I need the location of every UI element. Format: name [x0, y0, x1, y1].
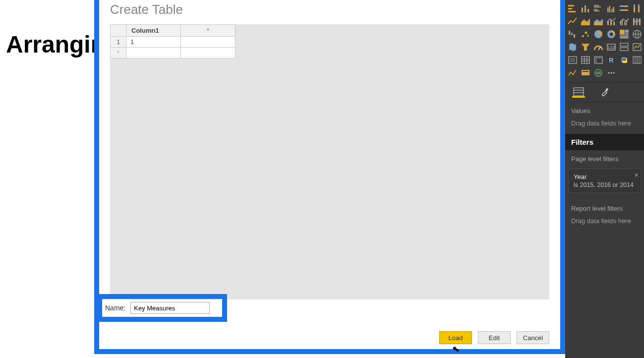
- card-icon[interactable]: 123: [606, 42, 617, 53]
- pie-icon[interactable]: [593, 29, 604, 40]
- remove-filter-icon[interactable]: ×: [635, 171, 639, 179]
- scatter-icon[interactable]: [580, 29, 591, 40]
- svg-point-42: [587, 35, 589, 37]
- arcgis-icon[interactable]: [593, 67, 604, 78]
- grid-row-number: 1: [111, 37, 126, 48]
- stacked-bar-icon[interactable]: [567, 3, 578, 14]
- qna-icon[interactable]: [580, 67, 591, 78]
- more-visuals-icon[interactable]: [606, 67, 617, 78]
- multi-row-card-icon[interactable]: [619, 42, 630, 53]
- grid-cell[interactable]: [126, 48, 181, 59]
- svg-rect-79: [583, 71, 588, 72]
- filters-heading: Filters: [565, 134, 644, 150]
- format-tab[interactable]: [599, 87, 612, 98]
- key-influencers-icon[interactable]: [632, 55, 643, 65]
- svg-point-40: [582, 35, 584, 37]
- filter-card-year[interactable]: × Year is 2015, 2016 or 2014: [568, 169, 641, 193]
- svg-rect-12: [611, 9, 613, 12]
- svg-rect-0: [568, 5, 574, 6]
- values-label: Values: [565, 102, 644, 117]
- visualizations-panel: 123 R Values Drag data fields here Filte…: [565, 0, 644, 358]
- report-filters-drop-hint[interactable]: Drag data fields here: [565, 214, 644, 232]
- svg-rect-1: [568, 8, 572, 9]
- add-column-button[interactable]: *: [181, 25, 235, 37]
- stacked-column-icon[interactable]: [580, 3, 591, 14]
- table-grid-area[interactable]: Column1 * 1 1 *: [110, 24, 549, 299]
- svg-rect-9: [594, 10, 599, 11]
- donut-icon[interactable]: [606, 29, 617, 40]
- svg-marker-22: [581, 18, 590, 25]
- waterfall-icon[interactable]: [567, 29, 578, 40]
- edit-button[interactable]: Edit: [478, 331, 511, 344]
- map-icon[interactable]: [632, 29, 643, 40]
- svg-marker-35: [635, 20, 636, 23]
- svg-rect-5: [587, 9, 589, 12]
- svg-rect-11: [609, 6, 611, 12]
- line-chart-icon[interactable]: [567, 16, 578, 27]
- gauge-icon[interactable]: [593, 42, 604, 53]
- svg-rect-33: [636, 18, 638, 25]
- svg-rect-39: [574, 34, 575, 38]
- name-label: Name:: [105, 304, 125, 312]
- filter-value: is 2015, 2016 or 2014: [574, 181, 636, 188]
- create-table-dialog: Create Table Column1 * 1 1 *: [94, 0, 565, 354]
- ribbon-chart-icon[interactable]: [632, 16, 643, 27]
- grid-column-header[interactable]: Column1: [126, 25, 181, 37]
- svg-rect-70: [594, 57, 602, 59]
- svg-point-83: [613, 72, 614, 73]
- svg-rect-78: [582, 70, 589, 75]
- clustered-column-icon[interactable]: [606, 3, 617, 14]
- page-level-filters-label: Page level filters: [565, 150, 644, 165]
- dialog-buttons: Load Edit Cancel: [439, 331, 549, 344]
- hundred-stacked-column-icon[interactable]: [632, 3, 643, 14]
- table-visual-icon[interactable]: [580, 55, 591, 65]
- clustered-bar-icon[interactable]: [593, 3, 604, 14]
- python-visual-icon[interactable]: [619, 55, 630, 65]
- svg-rect-30: [624, 22, 625, 25]
- decomposition-tree-icon[interactable]: [567, 67, 578, 78]
- svg-rect-6: [594, 5, 599, 6]
- svg-rect-48: [625, 33, 629, 35]
- fields-tab[interactable]: [572, 87, 585, 98]
- svg-rect-63: [582, 57, 589, 63]
- dialog-title: Create Table: [110, 2, 549, 17]
- treemap-icon[interactable]: [619, 29, 630, 40]
- svg-rect-38: [571, 33, 573, 35]
- field-format-tabs: [565, 83, 644, 102]
- svg-rect-47: [625, 30, 629, 33]
- r-visual-icon[interactable]: R: [606, 55, 617, 65]
- svg-rect-3: [582, 7, 583, 12]
- table-name-input[interactable]: [130, 302, 210, 314]
- hundred-stacked-bar-icon[interactable]: [619, 3, 630, 14]
- svg-point-77: [573, 74, 574, 75]
- line-clustered-column-icon[interactable]: [619, 16, 630, 27]
- matrix-icon[interactable]: [593, 55, 604, 65]
- svg-rect-19: [634, 8, 635, 12]
- funnel-icon[interactable]: [580, 42, 591, 53]
- name-field-group: Name:: [97, 294, 227, 322]
- grid-empty-cell[interactable]: [181, 48, 235, 59]
- kpi-icon[interactable]: [632, 42, 643, 53]
- svg-rect-7: [594, 6, 601, 7]
- svg-marker-53: [582, 44, 589, 51]
- svg-text:123: 123: [607, 45, 615, 50]
- grid-corner: [111, 25, 126, 37]
- svg-point-81: [608, 72, 609, 73]
- load-button[interactable]: Load: [439, 331, 472, 344]
- enter-data-grid[interactable]: Column1 * 1 1 *: [110, 24, 235, 59]
- cancel-button[interactable]: Cancel: [517, 331, 549, 344]
- stacked-area-icon[interactable]: [593, 16, 604, 27]
- grid-cell[interactable]: 1: [126, 37, 181, 48]
- svg-rect-57: [620, 43, 628, 46]
- area-chart-icon[interactable]: [580, 16, 591, 27]
- svg-point-45: [610, 33, 613, 36]
- grid-empty-cell[interactable]: [181, 37, 235, 48]
- svg-rect-84: [574, 88, 584, 96]
- values-drop-hint[interactable]: Drag data fields here: [565, 117, 644, 134]
- slicer-icon[interactable]: [567, 55, 578, 65]
- filled-map-icon[interactable]: [567, 42, 578, 53]
- filter-name: Year: [574, 173, 636, 180]
- svg-rect-21: [638, 6, 640, 12]
- grid-new-row[interactable]: *: [111, 48, 126, 59]
- line-stacked-column-icon[interactable]: [606, 16, 617, 27]
